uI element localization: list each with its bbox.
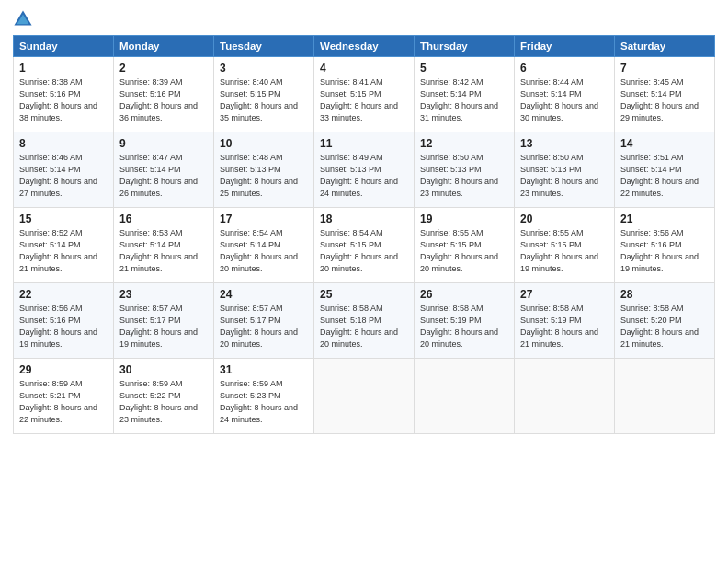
day-number: 18: [320, 213, 408, 225]
calendar-week-row: 8Sunrise: 8:46 AMSunset: 5:14 PMDaylight…: [14, 132, 715, 208]
calendar-week-row: 1Sunrise: 8:38 AMSunset: 5:16 PMDaylight…: [14, 57, 715, 132]
calendar-cell: 19Sunrise: 8:55 AMSunset: 5:15 PMDayligh…: [415, 208, 515, 283]
day-number: 26: [420, 288, 508, 301]
day-number: 13: [520, 137, 609, 150]
day-number: 15: [19, 213, 108, 225]
calendar-cell: 14Sunrise: 8:51 AMSunset: 5:14 PMDayligh…: [615, 132, 715, 208]
day-info: Sunrise: 8:59 AMSunset: 5:23 PMDaylight:…: [220, 378, 308, 426]
day-number: 14: [620, 137, 709, 150]
day-info: Sunrise: 8:49 AMSunset: 5:13 PMDaylight:…: [320, 152, 408, 200]
calendar-cell: 12Sunrise: 8:50 AMSunset: 5:13 PMDayligh…: [415, 132, 515, 208]
day-number: 3: [220, 62, 308, 75]
day-info: Sunrise: 8:51 AMSunset: 5:14 PMDaylight:…: [620, 152, 709, 200]
calendar-cell: 3Sunrise: 8:40 AMSunset: 5:15 PMDaylight…: [214, 57, 314, 132]
day-info: Sunrise: 8:39 AMSunset: 5:16 PMDaylight:…: [119, 76, 208, 124]
day-number: 28: [620, 288, 709, 301]
calendar-cell: 9Sunrise: 8:47 AMSunset: 5:14 PMDaylight…: [114, 132, 214, 208]
calendar-cell: [415, 359, 515, 434]
calendar-cell: 2Sunrise: 8:39 AMSunset: 5:16 PMDaylight…: [114, 57, 214, 132]
logo: [13, 9, 35, 29]
day-number: 7: [620, 62, 709, 75]
day-number: 1: [19, 62, 108, 75]
day-of-week-header: Wednesday: [314, 36, 415, 57]
day-info: Sunrise: 8:59 AMSunset: 5:22 PMDaylight:…: [119, 378, 208, 426]
day-of-week-header: Tuesday: [214, 36, 314, 57]
calendar-cell: 27Sunrise: 8:58 AMSunset: 5:19 PMDayligh…: [515, 283, 615, 359]
day-info: Sunrise: 8:58 AMSunset: 5:19 PMDaylight:…: [420, 303, 508, 350]
day-number: 4: [320, 62, 408, 75]
calendar-cell: 20Sunrise: 8:55 AMSunset: 5:15 PMDayligh…: [515, 208, 615, 283]
day-of-week-header: Sunday: [14, 36, 114, 57]
day-info: Sunrise: 8:41 AMSunset: 5:15 PMDaylight:…: [320, 76, 408, 124]
day-info: Sunrise: 8:54 AMSunset: 5:14 PMDaylight:…: [220, 227, 308, 275]
day-info: Sunrise: 8:58 AMSunset: 5:19 PMDaylight:…: [520, 303, 609, 350]
day-info: Sunrise: 8:53 AMSunset: 5:14 PMDaylight:…: [119, 227, 208, 275]
day-number: 25: [320, 288, 408, 301]
calendar-cell: 6Sunrise: 8:44 AMSunset: 5:14 PMDaylight…: [515, 57, 615, 132]
calendar-page: SundayMondayTuesdayWednesdayThursdayFrid…: [0, 0, 728, 563]
calendar-cell: [615, 359, 715, 434]
calendar-week-row: 29Sunrise: 8:59 AMSunset: 5:21 PMDayligh…: [14, 359, 715, 434]
day-of-week-header: Friday: [515, 36, 615, 57]
calendar-cell: 15Sunrise: 8:52 AMSunset: 5:14 PMDayligh…: [14, 208, 114, 283]
day-of-week-header: Thursday: [415, 36, 515, 57]
day-number: 17: [220, 213, 308, 225]
calendar-cell: 18Sunrise: 8:54 AMSunset: 5:15 PMDayligh…: [314, 208, 415, 283]
day-info: Sunrise: 8:47 AMSunset: 5:14 PMDaylight:…: [119, 152, 208, 200]
calendar-cell: 30Sunrise: 8:59 AMSunset: 5:22 PMDayligh…: [114, 359, 214, 434]
day-of-week-header: Saturday: [615, 36, 715, 57]
calendar-cell: 4Sunrise: 8:41 AMSunset: 5:15 PMDaylight…: [314, 57, 415, 132]
calendar-cell: 25Sunrise: 8:58 AMSunset: 5:18 PMDayligh…: [314, 283, 415, 359]
day-number: 20: [520, 213, 609, 225]
calendar-week-row: 15Sunrise: 8:52 AMSunset: 5:14 PMDayligh…: [14, 208, 715, 283]
day-info: Sunrise: 8:50 AMSunset: 5:13 PMDaylight:…: [520, 152, 609, 200]
day-info: Sunrise: 8:58 AMSunset: 5:20 PMDaylight:…: [620, 303, 709, 350]
day-number: 16: [119, 213, 208, 225]
day-info: Sunrise: 8:59 AMSunset: 5:21 PMDaylight:…: [19, 378, 108, 426]
day-number: 29: [19, 363, 108, 376]
day-info: Sunrise: 8:56 AMSunset: 5:16 PMDaylight:…: [19, 303, 108, 350]
day-info: Sunrise: 8:50 AMSunset: 5:13 PMDaylight:…: [420, 152, 508, 200]
day-info: Sunrise: 8:55 AMSunset: 5:15 PMDaylight:…: [520, 227, 609, 275]
day-info: Sunrise: 8:40 AMSunset: 5:15 PMDaylight:…: [220, 76, 308, 124]
calendar-table: SundayMondayTuesdayWednesdayThursdayFrid…: [13, 35, 715, 434]
day-number: 19: [420, 213, 508, 225]
day-info: Sunrise: 8:42 AMSunset: 5:14 PMDaylight:…: [420, 76, 508, 124]
calendar-cell: 23Sunrise: 8:57 AMSunset: 5:17 PMDayligh…: [114, 283, 214, 359]
calendar-cell: 5Sunrise: 8:42 AMSunset: 5:14 PMDaylight…: [415, 57, 515, 132]
day-number: 24: [220, 288, 308, 301]
day-number: 8: [19, 137, 108, 150]
day-info: Sunrise: 8:55 AMSunset: 5:15 PMDaylight:…: [420, 227, 508, 275]
day-number: 22: [19, 288, 108, 301]
calendar-cell: 31Sunrise: 8:59 AMSunset: 5:23 PMDayligh…: [214, 359, 314, 434]
day-info: Sunrise: 8:57 AMSunset: 5:17 PMDaylight:…: [119, 303, 208, 350]
calendar-cell: 7Sunrise: 8:45 AMSunset: 5:14 PMDaylight…: [615, 57, 715, 132]
calendar-cell: 8Sunrise: 8:46 AMSunset: 5:14 PMDaylight…: [14, 132, 114, 208]
day-number: 6: [520, 62, 609, 75]
day-info: Sunrise: 8:46 AMSunset: 5:14 PMDaylight:…: [19, 152, 108, 200]
day-info: Sunrise: 8:44 AMSunset: 5:14 PMDaylight:…: [520, 76, 609, 124]
day-number: 11: [320, 137, 408, 150]
calendar-cell: [314, 359, 415, 434]
day-number: 23: [119, 288, 208, 301]
day-number: 5: [420, 62, 508, 75]
calendar-cell: 21Sunrise: 8:56 AMSunset: 5:16 PMDayligh…: [615, 208, 715, 283]
day-info: Sunrise: 8:48 AMSunset: 5:13 PMDaylight:…: [220, 152, 308, 200]
day-number: 9: [119, 137, 208, 150]
calendar-week-row: 22Sunrise: 8:56 AMSunset: 5:16 PMDayligh…: [14, 283, 715, 359]
day-info: Sunrise: 8:54 AMSunset: 5:15 PMDaylight:…: [320, 227, 408, 275]
calendar-cell: 13Sunrise: 8:50 AMSunset: 5:13 PMDayligh…: [515, 132, 615, 208]
day-number: 2: [119, 62, 208, 75]
day-info: Sunrise: 8:57 AMSunset: 5:17 PMDaylight:…: [220, 303, 308, 350]
calendar-cell: 26Sunrise: 8:58 AMSunset: 5:19 PMDayligh…: [415, 283, 515, 359]
calendar-cell: 1Sunrise: 8:38 AMSunset: 5:16 PMDaylight…: [14, 57, 114, 132]
calendar-cell: 17Sunrise: 8:54 AMSunset: 5:14 PMDayligh…: [214, 208, 314, 283]
logo-icon: [13, 9, 33, 29]
day-info: Sunrise: 8:56 AMSunset: 5:16 PMDaylight:…: [620, 227, 709, 275]
calendar-cell: 28Sunrise: 8:58 AMSunset: 5:20 PMDayligh…: [615, 283, 715, 359]
day-of-week-header: Monday: [114, 36, 214, 57]
days-header-row: SundayMondayTuesdayWednesdayThursdayFrid…: [14, 36, 715, 57]
day-number: 27: [520, 288, 609, 301]
day-number: 10: [220, 137, 308, 150]
calendar-cell: 22Sunrise: 8:56 AMSunset: 5:16 PMDayligh…: [14, 283, 114, 359]
